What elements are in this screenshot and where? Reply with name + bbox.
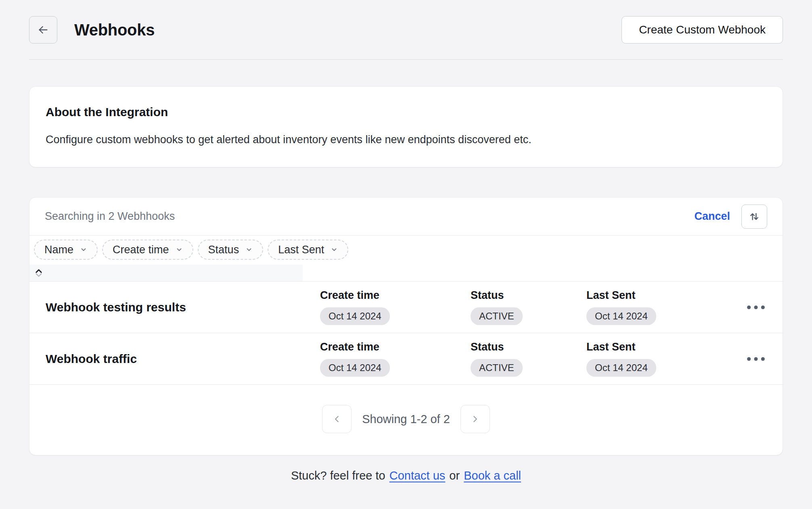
footer-text: or (449, 469, 460, 482)
status-badge: ACTIVE (471, 307, 523, 325)
status-cell: Status ACTIVE (471, 341, 586, 377)
page-header: Webhooks Create Custom Webhook (29, 16, 783, 44)
last-sent-badge: Oct 14 2024 (586, 359, 656, 377)
status-label: Status (471, 341, 586, 353)
footer-text: Stuck? feel free to (291, 469, 385, 482)
webhook-name: Webhook testing results (45, 300, 320, 314)
create-time-badge: Oct 14 2024 (320, 307, 390, 325)
filter-chip-label: Name (44, 244, 73, 256)
chevron-down-icon (245, 246, 253, 253)
create-time-cell: Create time Oct 14 2024 (320, 289, 471, 325)
status-cell: Status ACTIVE (471, 289, 586, 325)
table-header-band (29, 265, 303, 281)
create-time-label: Create time (320, 341, 471, 353)
table-row: Webhook traffic Create time Oct 14 2024 … (29, 333, 783, 385)
chevron-down-icon (176, 246, 183, 253)
footer: Stuck? feel free to Contact us or Book a… (29, 469, 783, 482)
create-time-cell: Create time Oct 14 2024 (320, 341, 471, 377)
webhooks-table-card: Searching in 2 Webhhooks Cancel Name Cre… (29, 197, 783, 455)
cancel-button[interactable]: Cancel (694, 210, 730, 223)
create-time-badge: Oct 14 2024 (320, 359, 390, 377)
chevron-down-icon (331, 246, 338, 253)
filter-chip-last-sent[interactable]: Last Sent (268, 240, 348, 260)
chevron-down-icon (80, 246, 87, 253)
last-sent-label: Last Sent (586, 289, 745, 302)
filter-chip-name[interactable]: Name (34, 240, 98, 260)
about-card: About the Integration Configure custom w… (29, 86, 783, 167)
next-page-button[interactable] (460, 405, 490, 433)
about-description: Configure custom webhooks to get alerted… (46, 134, 766, 146)
table-row: Webhook testing results Create time Oct … (29, 282, 783, 333)
contact-us-link[interactable]: Contact us (389, 469, 446, 482)
row-actions-button[interactable] (745, 301, 767, 314)
chevron-left-icon (332, 414, 342, 424)
arrow-left-icon (37, 23, 50, 36)
last-sent-cell: Last Sent Oct 14 2024 (586, 341, 745, 377)
pagination-status: Showing 1-2 of 2 (362, 413, 450, 426)
prev-page-button[interactable] (322, 405, 352, 433)
webhook-name: Webhook traffic (45, 352, 320, 366)
more-horizontal-icon (746, 357, 766, 361)
sort-arrows-icon (748, 211, 760, 223)
table-header-divider (29, 265, 783, 282)
search-input[interactable]: Searching in 2 Webhhooks (45, 210, 694, 223)
pagination: Showing 1-2 of 2 (29, 385, 783, 455)
filter-chip-label: Last Sent (278, 244, 324, 256)
filter-chips-row: Name Create time Status Last Sent (29, 236, 783, 265)
webhooks-page: Webhooks Create Custom Webhook About the… (0, 0, 812, 482)
header-divider (29, 59, 783, 60)
more-horizontal-icon (746, 305, 766, 310)
last-sent-cell: Last Sent Oct 14 2024 (586, 289, 745, 325)
filter-chip-label: Status (208, 244, 239, 256)
row-actions-button[interactable] (745, 353, 767, 365)
filter-chip-create-time[interactable]: Create time (102, 240, 193, 260)
status-label: Status (471, 289, 586, 302)
caret-down-icon (35, 273, 43, 278)
create-time-label: Create time (320, 289, 471, 302)
page-title: Webhooks (74, 21, 155, 39)
create-custom-webhook-button[interactable]: Create Custom Webhook (622, 16, 783, 44)
sort-button[interactable] (741, 204, 767, 229)
back-button[interactable] (29, 16, 57, 44)
book-call-link[interactable]: Book a call (464, 469, 521, 482)
filter-chip-label: Create time (113, 244, 169, 256)
status-badge: ACTIVE (471, 359, 523, 377)
last-sent-badge: Oct 14 2024 (586, 307, 656, 325)
last-sent-label: Last Sent (586, 341, 745, 353)
about-title: About the Integration (46, 105, 766, 119)
search-row: Searching in 2 Webhhooks Cancel (29, 198, 783, 236)
column-sort-control[interactable] (35, 268, 43, 278)
filter-chip-status[interactable]: Status (198, 240, 264, 260)
chevron-right-icon (470, 414, 480, 424)
